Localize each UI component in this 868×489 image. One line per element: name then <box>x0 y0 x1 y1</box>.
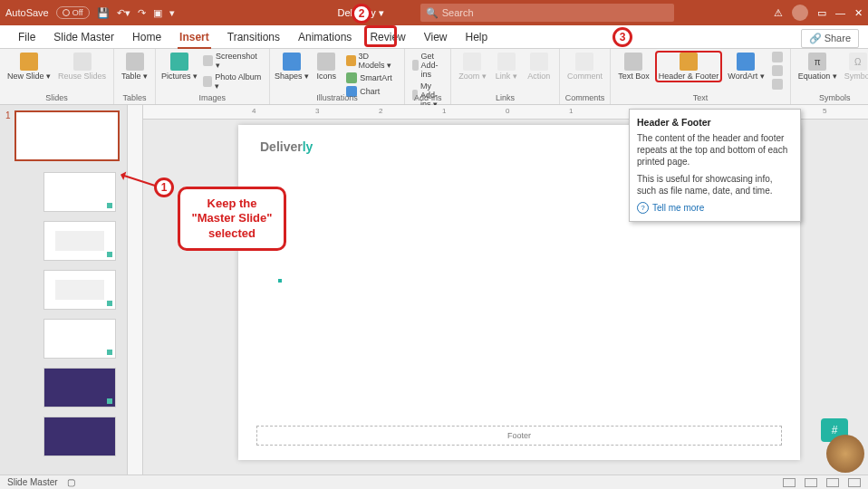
comment-button: Comment <box>565 51 604 81</box>
object-icon <box>772 79 783 90</box>
tab-view[interactable]: View <box>415 27 457 48</box>
search-input[interactable] <box>442 7 669 18</box>
callout-box: Keep the "Master Slide" selected <box>178 187 286 251</box>
tab-file[interactable]: File <box>9 27 44 48</box>
close-icon[interactable]: ✕ <box>854 7 863 19</box>
callout-1: 1 <box>154 177 174 197</box>
group-label-images: Images <box>199 93 227 104</box>
tab-insert[interactable]: Insert <box>170 27 218 48</box>
tooltip-para1: The content of the header and footer rep… <box>637 132 793 168</box>
master-slide-number: 1 <box>5 110 11 120</box>
group-slides: New Slide ▾ Reuse Slides Slides <box>0 49 114 104</box>
callout-2: 2 <box>352 4 371 24</box>
slide-number-button[interactable] <box>770 64 785 77</box>
share-button[interactable]: 🔗 Share <box>801 29 859 48</box>
search-icon: 🔍 <box>426 7 439 19</box>
redo-icon[interactable]: ↷ <box>138 7 146 19</box>
ribbon-display-icon[interactable]: ▭ <box>817 7 826 19</box>
group-label-symbols: Symbols <box>819 93 851 104</box>
thumbnails-panel <box>0 105 127 475</box>
pictures-button[interactable]: Pictures ▾ <box>161 51 198 81</box>
photo-album-icon <box>203 76 213 87</box>
undo-icon[interactable]: ↶▾ <box>117 7 130 19</box>
tooltip-tell-me-more[interactable]: Tell me more <box>637 202 793 214</box>
autosave-toggle[interactable]: Off <box>56 6 90 19</box>
sorter-view-button[interactable] <box>805 478 817 487</box>
equation-button[interactable]: πEquation ▾ <box>796 51 839 81</box>
comment-icon <box>575 53 593 71</box>
date-time-button[interactable] <box>770 51 785 63</box>
slideshow-icon[interactable]: ▣ <box>153 7 162 19</box>
group-label-comments: Comments <box>565 93 605 104</box>
normal-view-button[interactable] <box>783 478 796 487</box>
icons-icon <box>317 53 335 71</box>
layout-thumbnail-5[interactable] <box>43 368 116 408</box>
quick-access-toolbar: AutoSave Off 💾 ↶▾ ↷ ▣ ▾ <box>5 6 175 19</box>
layout-thumbnail-6[interactable] <box>43 417 116 456</box>
qat-dropdown-icon[interactable]: ▾ <box>169 7 175 19</box>
date-time-icon <box>772 52 783 62</box>
action-icon <box>530 53 548 71</box>
header-footer-button[interactable]: Header & Footer <box>655 51 723 82</box>
layout-thumbnail-3[interactable] <box>43 270 116 310</box>
menu-tabs: File Slide Master Home Insert Transition… <box>0 25 868 49</box>
group-links: Zoom ▾ Link ▾ Action Links <box>451 49 560 104</box>
slide-brand: Deliverly <box>260 139 313 154</box>
layout-thumbnail-4[interactable] <box>43 319 116 359</box>
icons-button[interactable]: Icons <box>312 51 341 81</box>
shapes-icon <box>283 53 301 71</box>
shapes-button[interactable]: Shapes ▾ <box>275 51 309 81</box>
3d-models-button[interactable]: 3D Models ▾ <box>344 51 399 71</box>
autosave-label: AutoSave <box>5 7 49 18</box>
tab-home[interactable]: Home <box>123 27 170 48</box>
get-addins-button: Get Add-ins <box>410 51 445 80</box>
callout-3: 3 <box>612 27 632 47</box>
text-box-button[interactable]: Text Box <box>616 51 651 81</box>
warning-icon[interactable]: ⚠ <box>774 7 783 19</box>
wordart-icon <box>737 53 755 71</box>
title-bar: AutoSave Off 💾 ↶▾ ↷ ▣ ▾ Deliverly ▾ 🔍 ⚠ … <box>0 0 868 25</box>
smartart-icon <box>346 72 357 83</box>
get-addins-icon <box>412 60 418 71</box>
action-button: Action <box>525 51 554 81</box>
master-slide-thumbnail[interactable] <box>14 110 120 161</box>
tooltip-title: Header & Footer <box>637 117 793 128</box>
slide-footer-placeholder[interactable]: Footer <box>256 426 782 446</box>
layout-thumbnail-1[interactable] <box>43 172 116 212</box>
reuse-slides-button: Reuse Slides <box>56 51 108 81</box>
tab-transitions[interactable]: Transitions <box>218 27 289 48</box>
smartart-button[interactable]: SmartArt <box>344 72 394 84</box>
symbol-button: ΩSymbol <box>843 51 868 81</box>
vertical-ruler <box>127 105 143 475</box>
new-slide-icon <box>20 53 38 71</box>
tab-animations[interactable]: Animations <box>289 27 361 48</box>
status-icon: ▢ <box>67 477 75 487</box>
group-label-addins: Add-ins <box>414 93 442 104</box>
group-comments: Comment Comments <box>560 49 612 104</box>
zoom-button: Zoom ▾ <box>457 51 488 81</box>
zoom-icon <box>463 53 481 71</box>
link-button: Link ▾ <box>492 51 521 81</box>
tab-slide-master[interactable]: Slide Master <box>44 27 123 48</box>
wordart-button[interactable]: WordArt ▾ <box>726 51 766 81</box>
search-box[interactable]: 🔍 <box>420 4 674 22</box>
text-box-icon <box>624 53 642 71</box>
tab-help[interactable]: Help <box>457 27 497 48</box>
header-footer-icon <box>680 53 698 71</box>
layout-thumbnail-2[interactable] <box>43 221 116 261</box>
minimize-icon[interactable]: — <box>835 7 845 18</box>
slideshow-view-button[interactable] <box>848 478 861 487</box>
symbol-icon: Ω <box>849 53 867 71</box>
group-text: Text Box Header & Footer WordArt ▾ Text <box>611 49 790 104</box>
status-mode: Slide Master <box>7 477 58 487</box>
group-illustrations: Shapes ▾ Icons 3D Models ▾ SmartArt Char… <box>270 49 406 104</box>
object-button[interactable] <box>770 78 785 91</box>
photo-album-button[interactable]: Photo Album ▾ <box>201 72 264 91</box>
user-avatar[interactable] <box>792 5 808 21</box>
reading-view-button[interactable] <box>826 478 839 487</box>
screenshot-button[interactable]: Screenshot ▾ <box>201 51 264 71</box>
group-label-links: Links <box>496 93 515 104</box>
table-button[interactable]: Table ▾ <box>120 51 149 81</box>
new-slide-button[interactable]: New Slide ▾ <box>5 51 53 81</box>
save-icon[interactable]: 💾 <box>97 7 110 19</box>
